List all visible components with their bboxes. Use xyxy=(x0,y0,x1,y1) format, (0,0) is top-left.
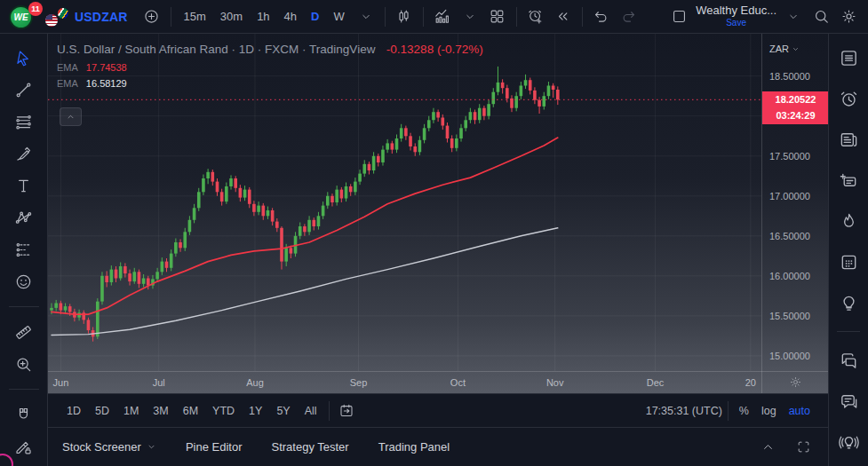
brush-tool-brush-icon[interactable] xyxy=(12,141,36,166)
text-notes-add-note-icon[interactable] xyxy=(837,169,860,192)
panel-expand-chevron-up-icon[interactable] xyxy=(757,437,778,458)
save-button[interactable]: Save xyxy=(726,18,746,28)
search-icon[interactable] xyxy=(808,4,833,29)
symbol-description[interactable]: U.S. Dollar / South African Rand · 1D · … xyxy=(57,43,375,56)
layout-select-icon[interactable] xyxy=(666,4,691,29)
fib-retracement-tool-fib-icon[interactable] xyxy=(12,109,36,134)
panel-fullscreen-icon[interactable] xyxy=(792,437,814,458)
go-to-date-icon[interactable] xyxy=(335,399,358,423)
interval-D[interactable]: D xyxy=(305,6,325,27)
bottom-panel-tabs: Stock ScreenerPine EditorStrategy Tester… xyxy=(62,440,450,454)
settings-gear-icon[interactable] xyxy=(836,4,861,29)
top-toolbar: WE 11 USDZAR 15m30m1h4hDW Wealthy Educ..… xyxy=(0,0,868,34)
legend-indicator-row[interactable]: EMA17.74538 xyxy=(57,62,483,73)
auto-scale-button[interactable]: auto xyxy=(784,402,816,420)
text-tool-text-icon[interactable] xyxy=(12,173,36,198)
toolbar-divider xyxy=(9,306,39,307)
chart-region: U.S. Dollar / South African Rand · 1D · … xyxy=(48,34,828,393)
range-1D[interactable]: 1D xyxy=(60,401,87,421)
tab-strategy-tester[interactable]: Strategy Tester xyxy=(271,440,348,454)
toolbar-divider xyxy=(171,7,171,27)
interval-W[interactable]: W xyxy=(327,6,350,27)
chart-style-icon[interactable] xyxy=(392,4,417,29)
drawing-toolbar xyxy=(0,34,48,466)
range-5D[interactable]: 5D xyxy=(89,401,115,421)
indicator-label: EMA xyxy=(57,62,78,73)
redo-icon[interactable] xyxy=(617,4,641,29)
price-scale[interactable]: ZAR 18.5000017.5000017.0000016.5000016.0… xyxy=(761,34,828,371)
hotlists-flame-icon[interactable] xyxy=(837,209,860,233)
tab-stock-screener[interactable]: Stock Screener xyxy=(62,440,156,454)
range-3M[interactable]: 3M xyxy=(147,401,174,421)
layout-grid-icon[interactable] xyxy=(485,4,510,29)
compare-add-icon[interactable] xyxy=(139,4,164,29)
percent-scale-button[interactable]: % xyxy=(734,402,754,420)
toolbar-divider xyxy=(582,7,583,27)
legend-collapse-button[interactable] xyxy=(60,107,82,126)
cursor-tool-cursor-icon[interactable] xyxy=(12,45,36,70)
clock-utc[interactable]: 17:35:31 (UTC) xyxy=(646,405,722,417)
price-tick: 16.50000 xyxy=(769,231,810,241)
indicators-icon[interactable] xyxy=(430,4,455,29)
trend-line-tool-trend-line-icon[interactable] xyxy=(12,77,36,102)
calendar-calendar-icon[interactable] xyxy=(837,250,860,273)
notification-badge: 11 xyxy=(28,2,43,16)
legend-indicator-row[interactable]: EMA16.58129 xyxy=(57,78,483,89)
log-scale-button[interactable]: log xyxy=(756,402,782,420)
public-chats-chat-double-icon[interactable] xyxy=(837,349,860,372)
toolbar-divider xyxy=(9,389,39,390)
interval-4h[interactable]: 4h xyxy=(278,6,303,27)
pattern-tool-xabcd-icon[interactable] xyxy=(12,205,36,230)
toolbar-divider xyxy=(423,7,424,27)
watchlist-watchlist-icon[interactable] xyxy=(837,46,860,69)
price-tick: 17.00000 xyxy=(769,191,810,201)
tab-trading-panel[interactable]: Trading Panel xyxy=(378,440,450,454)
price-scale-currency[interactable]: ZAR xyxy=(769,43,800,54)
indicators-chevron-down-icon[interactable] xyxy=(458,4,482,29)
tab-pine-editor[interactable]: Pine Editor xyxy=(186,440,243,454)
layout-chevron-down-icon[interactable] xyxy=(781,4,806,29)
last-price-badge: 18.2052203:24:29 xyxy=(762,91,829,124)
scales-settings-gear-icon[interactable] xyxy=(761,371,828,393)
badge-price: 18.20522 xyxy=(762,92,829,108)
ideas-stream-broadcast-icon[interactable] xyxy=(837,430,860,454)
undo-icon[interactable] xyxy=(589,4,614,29)
interval-1h[interactable]: 1h xyxy=(251,6,275,27)
layout-name-menu[interactable]: Wealthy Educ... Save xyxy=(696,4,776,28)
chart-legend: U.S. Dollar / South African Rand · 1D · … xyxy=(57,41,483,89)
currency-chevron-down-icon xyxy=(792,45,800,53)
ideas-bulb-icon[interactable] xyxy=(837,291,860,314)
measure-tool-ruler-icon[interactable] xyxy=(12,320,36,344)
emoji-tool-emoji-icon[interactable] xyxy=(12,269,36,294)
interval-15m[interactable]: 15m xyxy=(178,6,212,27)
range-6M[interactable]: 6M xyxy=(177,401,204,421)
range-YTD[interactable]: YTD xyxy=(206,401,241,421)
create-alert-icon[interactable] xyxy=(523,4,548,29)
alerts-alarm-icon[interactable] xyxy=(837,87,860,110)
bottom-panel: Stock ScreenerPine EditorStrategy Tester… xyxy=(48,428,828,466)
range-1M[interactable]: 1M xyxy=(117,401,145,421)
tab-label: Pine Editor xyxy=(186,440,243,454)
range-5Y[interactable]: 5Y xyxy=(270,401,296,421)
time-tick: Nov xyxy=(546,377,564,388)
user-menu-button[interactable]: WE 11 xyxy=(9,4,37,30)
toolbar-divider xyxy=(329,401,330,421)
range-1Y[interactable]: 1Y xyxy=(243,401,268,421)
zoom-in-tool-zoom-in-icon[interactable] xyxy=(12,351,36,376)
interval-30m[interactable]: 30m xyxy=(214,6,249,27)
time-tick: Dec xyxy=(647,377,665,388)
intervals-chevron-down-icon[interactable] xyxy=(354,4,378,29)
right-sidebar xyxy=(828,34,868,466)
symbol-search-button[interactable]: USDZAR xyxy=(75,10,128,24)
news-news-icon[interactable] xyxy=(837,128,860,151)
forecast-tool-forecast-icon[interactable] xyxy=(12,237,36,262)
legend-indicators: EMA17.74538EMA16.58129 xyxy=(57,62,483,89)
range-All[interactable]: All xyxy=(299,401,323,421)
time-axis[interactable]: JunJulAugSepOctNovDec20 xyxy=(48,371,828,393)
legend-title-row[interactable]: U.S. Dollar / South African Rand · 1D · … xyxy=(57,41,483,57)
private-chats-chat-lines-icon[interactable] xyxy=(837,390,860,413)
range-buttons: 1D5D1M3M6MYTD1Y5YAll xyxy=(60,401,323,421)
bar-replay-icon[interactable] xyxy=(551,4,576,29)
magnet-tool-magnet-icon[interactable] xyxy=(12,402,36,427)
drawing-lock-tool-pencil-lock-icon[interactable] xyxy=(12,434,36,459)
